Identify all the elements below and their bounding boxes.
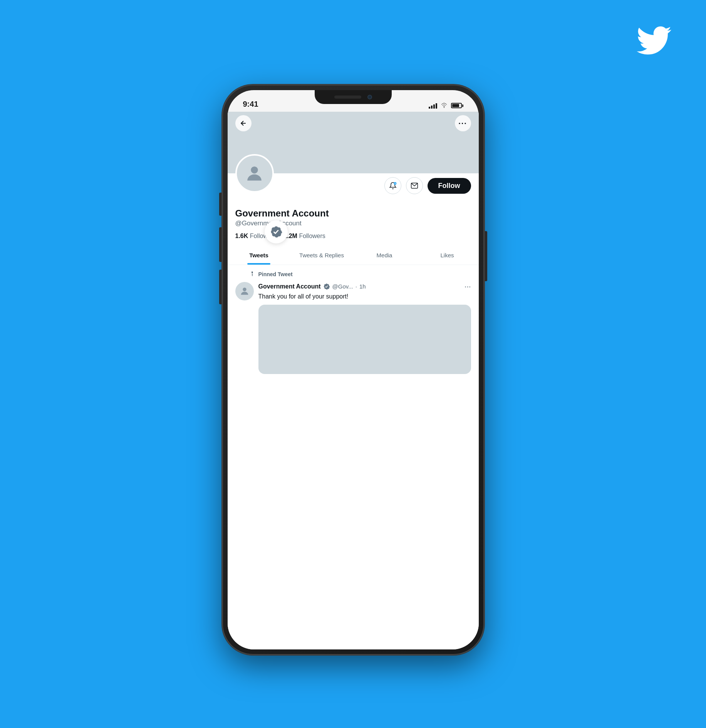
volume-up-button	[219, 227, 221, 262]
tweet-more-button[interactable]: ···	[465, 282, 471, 291]
tweet-body: Government Account @Gov... · 1h ··· Than…	[258, 282, 471, 374]
pinned-tweet: Government Account @Gov... · 1h ··· Than…	[228, 280, 479, 379]
tab-likes[interactable]: Likes	[416, 246, 479, 265]
tweet-header: Government Account @Gov... · 1h ···	[258, 282, 471, 291]
pinned-tweet-label: Pinned Tweet	[228, 270, 479, 280]
profile-tabs: Tweets Tweets & Replies Media Likes	[228, 246, 479, 265]
profile-nav: ···	[228, 112, 479, 135]
tab-tweets-replies[interactable]: Tweets & Replies	[290, 246, 353, 265]
tab-media[interactable]: Media	[353, 246, 416, 265]
message-button[interactable]	[406, 177, 423, 194]
signal-icon	[429, 102, 437, 109]
signal-bar-1	[429, 107, 430, 109]
svg-point-5	[243, 288, 246, 291]
profile-screen: ···	[228, 112, 479, 649]
tweet-text: Thank you for all of your support!	[258, 292, 471, 301]
tweet-verified-icon	[323, 283, 330, 290]
tweet-author-name: Government Account	[258, 283, 321, 290]
tweet-time: ·	[356, 283, 357, 290]
mute-button	[219, 193, 221, 216]
phone-mockup: 9:41	[222, 85, 484, 655]
profile-actions: Follow	[384, 177, 471, 194]
tweet-image	[258, 305, 471, 374]
battery-icon	[451, 103, 463, 108]
power-button	[485, 231, 487, 281]
status-icons	[429, 102, 467, 109]
signal-bar-4	[436, 103, 437, 109]
notifications-button[interactable]	[384, 177, 401, 194]
wifi-icon	[440, 102, 448, 109]
avatar	[235, 154, 274, 193]
signal-bar-2	[431, 106, 433, 109]
phone-screen: 9:41	[228, 90, 479, 649]
twitter-logo	[637, 23, 671, 52]
tweet-author-handle: @Gov...	[332, 283, 353, 290]
avatar-section: Follow	[228, 173, 479, 204]
tab-tweets[interactable]: Tweets	[228, 246, 290, 265]
front-camera	[367, 95, 372, 99]
follow-button[interactable]: Follow	[428, 178, 471, 194]
volume-down-button	[219, 270, 221, 304]
more-options-button[interactable]: ···	[455, 115, 471, 131]
tweet-avatar	[235, 282, 254, 300]
verified-badge-popup	[265, 220, 288, 243]
followers-stat[interactable]: 1.2M Followers	[283, 233, 325, 240]
svg-point-0	[251, 166, 258, 173]
back-button[interactable]	[235, 115, 252, 131]
notch	[315, 90, 392, 104]
tweet-timestamp: 1h	[359, 283, 366, 290]
tweet-feed: Pinned Tweet Government Account	[228, 265, 479, 383]
profile-name: Government Account	[235, 208, 471, 219]
speaker	[334, 96, 361, 99]
status-time: 9:41	[239, 100, 258, 109]
signal-bar-3	[433, 104, 435, 109]
